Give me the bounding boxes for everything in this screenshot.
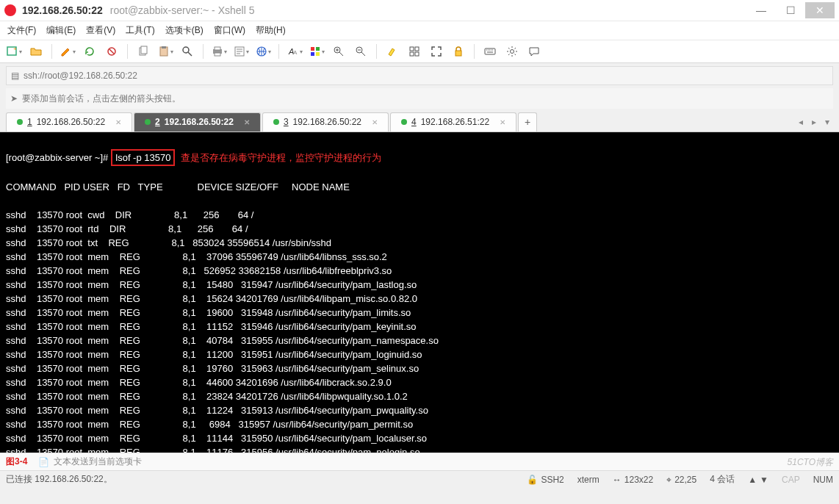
arrow-icon[interactable]: ➤: [10, 93, 18, 104]
find-icon[interactable]: [179, 43, 195, 60]
tab-close-icon[interactable]: ✕: [115, 118, 121, 126]
status-num: NUM: [813, 475, 833, 485]
lock-small-icon: 🔓: [527, 475, 538, 485]
figure-label: 图3-4: [6, 456, 27, 468]
open-icon[interactable]: [28, 43, 44, 60]
lsof-row: sshd 13570 root mem REG 8,1 11176 315956…: [6, 445, 833, 453]
settings-icon[interactable]: [504, 43, 520, 60]
lsof-row: sshd 13570 root mem REG 8,1 11144 315950…: [6, 431, 833, 445]
tab-4[interactable]: 4192.168.26.51:22✕: [390, 112, 516, 132]
layout-icon[interactable]: [406, 43, 422, 60]
print-icon[interactable]: [211, 43, 227, 60]
scroll-left-icon[interactable]: ◂: [795, 117, 807, 127]
shell-prompt: [root@zabbix-server ~]#: [6, 151, 108, 165]
color-icon[interactable]: [309, 43, 325, 60]
edit-icon[interactable]: [60, 43, 76, 60]
svg-rect-10: [215, 53, 220, 56]
lsof-row: sshd 13570 root mem REG 8,1 11224 315913…: [6, 403, 833, 417]
status-dot-icon: [273, 119, 279, 125]
highlight-icon[interactable]: [384, 43, 400, 60]
zoom-out-icon[interactable]: [353, 43, 369, 60]
address-text: ssh://root@192.168.26.50:22: [24, 71, 137, 81]
status-pos: 22,25: [674, 475, 696, 485]
menu-help[interactable]: 帮助(H): [256, 24, 286, 37]
menubar: 文件(F) 编辑(E) 查看(V) 工具(T) 选项卡(B) 窗口(W) 帮助(…: [0, 21, 839, 40]
tab-close-icon[interactable]: ✕: [500, 118, 505, 126]
maximize-button[interactable]: ☐: [776, 2, 805, 18]
copy-icon[interactable]: [135, 43, 151, 60]
scroll-down-icon[interactable]: ▼: [760, 475, 768, 485]
svg-text:A: A: [293, 49, 298, 56]
lsof-row: sshd 13570 root mem REG 8,1 23824 342017…: [6, 389, 833, 403]
status-dot-icon: [145, 119, 151, 125]
keyboard-icon[interactable]: [482, 43, 498, 60]
tab-scroll-arrows: ◂ ▸ ▾: [795, 117, 833, 127]
properties-icon[interactable]: [233, 43, 249, 60]
add-tab-button[interactable]: +: [518, 112, 537, 132]
tab-close-icon[interactable]: ✕: [372, 118, 378, 126]
menu-window[interactable]: 窗口(W): [214, 24, 245, 37]
disconnect-icon[interactable]: [104, 43, 120, 60]
close-button[interactable]: ✕: [805, 2, 835, 18]
svg-rect-21: [410, 47, 414, 51]
globe-icon[interactable]: [255, 43, 271, 60]
svg-text:+: +: [13, 46, 17, 52]
status-term: xterm: [577, 475, 599, 485]
font-icon[interactable]: AA: [287, 43, 303, 60]
status-sessions: 4 会话: [710, 473, 735, 486]
lsof-row: sshd 13570 root mem REG 8,1 11152 315946…: [6, 320, 833, 334]
scroll-up-icon[interactable]: ▲: [748, 475, 757, 485]
tab-2[interactable]: 2192.168.26.50:22✕: [134, 112, 261, 132]
chat-icon[interactable]: [526, 43, 542, 60]
size-icon: ↔: [613, 475, 622, 485]
svg-point-27: [511, 50, 514, 54]
cursor-icon: ⌖: [666, 475, 671, 485]
menu-file[interactable]: 文件(F): [7, 24, 36, 37]
lock-icon[interactable]: [450, 43, 467, 60]
minimize-button[interactable]: —: [746, 2, 776, 18]
fullscreen-icon[interactable]: [428, 43, 444, 60]
menu-tools[interactable]: 工具(T): [126, 24, 154, 37]
svg-rect-4: [141, 46, 147, 54]
lsof-row: sshd 13570 root mem REG 8,1 37096 355967…: [6, 250, 833, 264]
lsof-row: sshd 13570 root rtd DIR 8,1 256 64 /: [6, 222, 833, 236]
new-session-icon[interactable]: +: [6, 43, 22, 60]
reconnect-icon[interactable]: [82, 43, 98, 60]
svg-rect-25: [455, 51, 461, 56]
tab-close-icon[interactable]: ✕: [244, 118, 250, 126]
status-dot-icon: [17, 119, 23, 125]
menu-edit[interactable]: 编辑(E): [46, 24, 76, 37]
svg-rect-18: [316, 52, 320, 56]
tab-menu-icon[interactable]: ▾: [821, 117, 833, 127]
addressbar[interactable]: ▤ ssh://root@192.168.26.50:22: [6, 66, 833, 85]
watermark: 51CTO博客: [788, 456, 833, 469]
lsof-row: sshd 13570 root mem REG 8,1 526952 33682…: [6, 264, 833, 278]
lsof-row: sshd 13570 root mem REG 8,1 44600 342016…: [6, 375, 833, 389]
tab-3[interactable]: 3192.168.26.50:22✕: [262, 112, 389, 132]
svg-rect-9: [215, 47, 220, 50]
toolbar: + AA: [0, 40, 839, 63]
statusbar: 已连接 192.168.26.50:22。 🔓SSH2 xterm ↔123x2…: [0, 470, 839, 488]
lsof-row: sshd 13570 root mem REG 8,1 19600 315948…: [6, 306, 833, 320]
broadcast-icon[interactable]: 📄: [38, 457, 49, 467]
status-size: 123x22: [624, 475, 653, 485]
svg-rect-23: [410, 52, 414, 56]
tab-1[interactable]: 1192.168.26.50:22✕: [6, 112, 132, 132]
menu-tabs[interactable]: 选项卡(B): [165, 24, 204, 37]
copy-small-icon[interactable]: ▤: [11, 71, 19, 81]
zoom-in-icon[interactable]: [331, 43, 347, 60]
annotation-text: 查是否存在病毒守护进程，监控守护进程的行为: [181, 151, 381, 165]
lsof-row: sshd 13570 root mem REG 8,1 40784 315955…: [6, 334, 833, 348]
scroll-right-icon[interactable]: ▸: [808, 117, 820, 127]
terminal[interactable]: [root@zabbix-server ~]#lsof -p 13570查是否存…: [0, 132, 839, 453]
menu-view[interactable]: 查看(V): [86, 24, 115, 37]
paste-icon[interactable]: [157, 43, 173, 60]
svg-rect-15: [311, 47, 314, 51]
hintbar: ➤ 要添加当前会话，点击左侧的箭头按钮。: [6, 88, 833, 109]
status-caps: CAP: [782, 475, 800, 485]
tabstrip: 1192.168.26.50:22✕ 2192.168.26.50:22✕ 31…: [0, 112, 839, 132]
lsof-row: sshd 13570 root txt REG 8,1 853024 35596…: [6, 236, 833, 250]
command-box: lsof -p 13570: [111, 149, 175, 166]
bottom-hint-text: 文本发送到当前选项卡: [54, 456, 142, 468]
titlebar: 192.168.26.50:22 root@zabbix-server:~ - …: [0, 0, 839, 21]
